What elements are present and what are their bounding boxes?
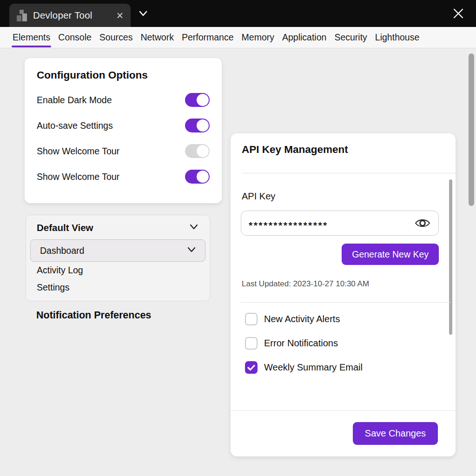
- tab-title: Devloper Tool: [33, 10, 93, 21]
- toggle-label: Show Welcome Tour: [37, 172, 119, 182]
- window-close-icon[interactable]: [451, 6, 466, 23]
- api-key-label: API Key: [242, 191, 275, 202]
- toggle-label: Show Welcome Tour: [37, 146, 119, 157]
- devtools-tab-bar: Elements Console Sources Network Perform…: [0, 27, 476, 48]
- save-changes-button[interactable]: Save Changes: [353, 422, 438, 445]
- page-scrollbar-thumb[interactable]: [469, 53, 474, 206]
- default-view-card: Default View Dashboard Activity Log Sett…: [26, 215, 210, 301]
- default-view-select[interactable]: Dashboard: [30, 239, 205, 262]
- checkbox-label: Weekly Summary Email: [264, 362, 363, 373]
- last-updated-text: Last Updated: 2023-10-27 10:30 AM: [242, 279, 369, 289]
- tab-close-icon[interactable]: ×: [116, 10, 123, 21]
- error-notifications-checkbox[interactable]: [245, 337, 258, 350]
- divider: [242, 173, 456, 173]
- toggle-label: Enable Dark Mode: [37, 95, 112, 106]
- default-view-header[interactable]: Default View: [30, 222, 205, 233]
- configuration-options-title: Configuration Options: [37, 69, 210, 81]
- api-card-title: API Key Management: [242, 144, 348, 156]
- window-titlebar: Devloper Tool ×: [0, 0, 476, 27]
- toggle-knob: [197, 145, 209, 157]
- api-key-masked-value: ****************: [249, 220, 328, 231]
- tab-application[interactable]: Application: [282, 27, 326, 48]
- auto-save-toggle[interactable]: [185, 119, 210, 132]
- tab-console[interactable]: Console: [58, 27, 92, 48]
- api-key-management-card: API Key Management API Key *************…: [231, 133, 456, 456]
- configuration-options-card: Configuration Options Enable Dark Mode A…: [25, 58, 222, 203]
- tab-elements[interactable]: Elements: [13, 27, 50, 48]
- divider: [231, 410, 456, 411]
- browser-tab[interactable]: Devloper Tool ×: [9, 4, 131, 27]
- checkbox-label: Error Notifications: [264, 338, 338, 349]
- weekly-summary-checkbox[interactable]: [245, 361, 258, 374]
- toggle-row-welcome-tour-1: Show Welcome Tour: [37, 144, 210, 158]
- selected-option-label: Dashboard: [40, 245, 84, 256]
- divider: [241, 302, 451, 303]
- tab-security[interactable]: Security: [334, 27, 367, 48]
- tab-memory[interactable]: Memory: [242, 27, 274, 48]
- default-view-title: Default View: [37, 222, 93, 233]
- chevron-down-icon: [188, 222, 200, 233]
- tab-sources[interactable]: Sources: [99, 27, 133, 48]
- blocks-icon: [17, 9, 27, 21]
- toggle-knob: [197, 171, 209, 183]
- eye-icon[interactable]: [414, 217, 431, 230]
- dark-mode-toggle[interactable]: [185, 93, 210, 107]
- toggle-row-welcome-tour-2: Show Welcome Tour: [37, 170, 210, 184]
- option-activity-log[interactable]: Activity Log: [30, 262, 205, 279]
- welcome-tour-toggle-on[interactable]: [185, 170, 210, 184]
- toggle-knob: [197, 94, 209, 106]
- toggle-row-auto-save: Auto-save Settings: [37, 119, 210, 132]
- checkbox-label: New Activity Alerts: [264, 314, 340, 324]
- notification-preferences-heading: Notification Preferences: [36, 310, 151, 321]
- checkbox-row-weekly-summary: Weekly Summary Email: [245, 361, 363, 374]
- card-scrollbar-thumb[interactable]: [449, 179, 452, 335]
- chevron-down-icon: [185, 245, 198, 257]
- toggle-knob: [197, 119, 209, 132]
- chevron-down-icon[interactable]: [136, 7, 150, 21]
- checkbox-row-error-notifications: Error Notifications: [245, 337, 338, 350]
- generate-new-key-button[interactable]: Generate New Key: [342, 244, 439, 265]
- api-key-input[interactable]: ****************: [241, 211, 439, 236]
- tab-lighthouse[interactable]: Lighthouse: [375, 27, 419, 48]
- checkbox-row-new-activity: New Activity Alerts: [245, 313, 340, 325]
- option-settings[interactable]: Settings: [30, 279, 205, 296]
- toggle-label: Auto-save Settings: [37, 120, 113, 131]
- welcome-tour-toggle-off[interactable]: [185, 144, 210, 158]
- new-activity-alerts-checkbox[interactable]: [245, 313, 258, 325]
- tab-performance[interactable]: Performance: [182, 27, 234, 48]
- tab-network[interactable]: Network: [140, 27, 174, 48]
- toggle-row-enable-dark-mode: Enable Dark Mode: [37, 93, 210, 107]
